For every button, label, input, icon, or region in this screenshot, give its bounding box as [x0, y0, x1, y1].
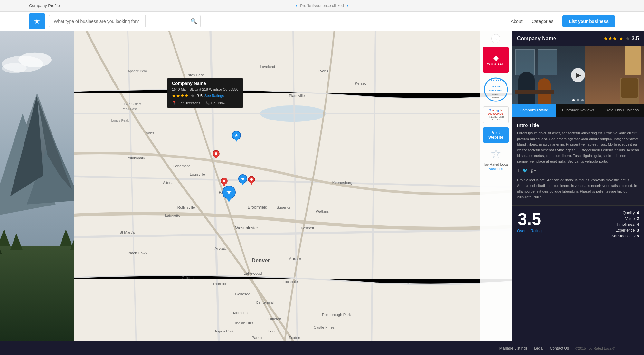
- svg-marker-72: [214, 156, 218, 159]
- svg-text:Castle Pines: Castle Pines: [314, 325, 335, 329]
- svg-text:Golden: Golden: [182, 276, 194, 280]
- svg-text:Longs Peak: Longs Peak: [111, 119, 129, 122]
- tooltip-see-ratings[interactable]: See Ratings: [204, 94, 224, 98]
- tab-rate-business[interactable]: Rate This Business: [600, 104, 644, 117]
- svg-text:Keenesburg: Keenesburg: [332, 181, 352, 185]
- top-rated-label: Top Rated Local: [483, 162, 509, 166]
- badge-svg: ★★★★★ TOP RATED NATIONAL Marketing Platf…: [483, 77, 508, 102]
- top-bar: Company Profile ‹ Profile flyout once cl…: [0, 0, 644, 12]
- svg-text:Allenspark: Allenspark: [128, 156, 145, 160]
- svg-text:Black Hawk: Black Hawk: [128, 251, 147, 255]
- svg-text:★★★★★: ★★★★★: [490, 79, 502, 82]
- wurbal-logo-box[interactable]: ◆ WURBAL: [483, 47, 509, 73]
- svg-text:Louisville: Louisville: [190, 172, 205, 176]
- get-directions-label: Get Directions: [178, 101, 200, 105]
- phone-icon: 📞: [205, 101, 210, 105]
- svg-text:Apache Peak: Apache Peak: [128, 69, 148, 73]
- svg-text:NATIONAL: NATIONAL: [489, 89, 503, 92]
- logo-box[interactable]: ★: [29, 13, 45, 29]
- footer: Manage Listings Legal Contact Us ©2015 T…: [0, 341, 644, 355]
- svg-text:Foxton: Foxton: [289, 336, 300, 340]
- map-pin-1[interactable]: ★: [232, 131, 241, 144]
- adwords-text: ADWORDS: [485, 112, 507, 115]
- svg-text:★: ★: [234, 133, 239, 138]
- get-directions-action[interactable]: 📍 Get Directions: [172, 101, 200, 105]
- svg-text:★: ★: [241, 176, 245, 181]
- svg-text:Watkins: Watkins: [316, 209, 329, 213]
- overall-rating: 3.5 Overall Rating: [517, 211, 542, 233]
- map-container: Boulder Broomfield Westminster Arvada De…: [74, 31, 512, 341]
- svg-text:Peak East: Peak East: [122, 107, 137, 111]
- wurbal-droplet-icon: ◆: [493, 54, 499, 62]
- svg-text:Aspen Park: Aspen Park: [214, 329, 234, 333]
- location-input[interactable]: Boulder, CO: [146, 15, 187, 27]
- svg-text:Genesee: Genesee: [235, 292, 250, 296]
- svg-text:Bennett: Bennett: [301, 226, 315, 230]
- facebook-icon[interactable]: : [517, 168, 519, 174]
- tooltip-rating-num: 3.5: [197, 93, 203, 98]
- tooltip-stars-filled: ★★★★: [172, 93, 189, 98]
- play-icon: ▶: [576, 72, 581, 79]
- main-content: Boulder Broomfield Westminster Arvada De…: [0, 31, 644, 341]
- photo-dot-3[interactable]: [581, 99, 584, 101]
- top-bar-left-arrow[interactable]: ‹: [294, 2, 299, 9]
- svg-text:Longmont: Longmont: [173, 164, 190, 168]
- header-rating-num: 3.5: [632, 36, 639, 42]
- search-button[interactable]: 🔍: [187, 15, 201, 27]
- photo-dot-2[interactable]: [577, 99, 579, 101]
- photo-dot-1[interactable]: [572, 99, 575, 101]
- footer-legal[interactable]: Legal: [534, 346, 543, 350]
- svg-text:Lakewood: Lakewood: [243, 271, 262, 276]
- svg-marker-69: [234, 138, 239, 142]
- svg-text:Morrison: Morrison: [233, 311, 248, 315]
- nav-about[interactable]: About: [511, 19, 523, 24]
- intro-body: Lorem ipsum dolor sit amet, consectetur …: [517, 130, 639, 165]
- svg-text:Roxborough Park: Roxborough Park: [322, 313, 351, 317]
- svg-text:Kersey: Kersey: [355, 82, 366, 85]
- tooltip-address: 1540 Main St. Unit 218 Windsor Co 80550: [172, 87, 238, 91]
- top-bar-right-arrow[interactable]: ›: [345, 2, 350, 9]
- map-nav-right-arrow[interactable]: ›: [491, 34, 500, 43]
- svg-text:Centennial: Centennial: [256, 301, 274, 304]
- tooltip-stars-empty: ★: [191, 93, 195, 98]
- logo-icon: ★: [34, 17, 40, 25]
- nav-categories[interactable]: Categories: [532, 19, 554, 24]
- top-bar-title: Company Profile: [29, 3, 60, 8]
- map-pin-5[interactable]: [248, 176, 255, 187]
- directions-icon: 📍: [172, 101, 176, 105]
- overall-rating-num: 3.5: [517, 211, 542, 227]
- map-svg: Boulder Broomfield Westminster Arvada De…: [74, 31, 512, 341]
- footer-manage-listings[interactable]: Manage Listings: [499, 346, 527, 350]
- tooltip-company-name: Company Name: [172, 81, 238, 86]
- svg-text:Lone Tree: Lone Tree: [268, 329, 285, 333]
- svg-text:Superior: Superior: [277, 206, 291, 209]
- svg-point-73: [215, 152, 217, 155]
- twitter-icon[interactable]: 🐦: [522, 168, 528, 174]
- visit-website-button[interactable]: Visit Website: [483, 127, 509, 143]
- tab-customer-reviews[interactable]: Customer Reviews: [556, 104, 600, 117]
- list-business-button[interactable]: List your business: [562, 15, 615, 27]
- right-panel: Company Name ★★★ ★ ★ 3.5: [512, 31, 644, 341]
- svg-text:St Mary's: St Mary's: [119, 230, 135, 234]
- map-area[interactable]: Boulder Broomfield Westminster Arvada De…: [74, 31, 512, 341]
- svg-text:Loveland: Loveland: [260, 65, 275, 69]
- play-button[interactable]: ▶: [571, 68, 585, 82]
- googleplus-icon[interactable]: g+: [531, 168, 536, 174]
- map-pin-denver[interactable]: ★: [222, 186, 236, 204]
- tab-company-rating[interactable]: Company Rating: [512, 104, 556, 117]
- map-pin-2[interactable]: [213, 150, 220, 161]
- premier-text: PREMIER SMB PARTNER: [485, 115, 507, 121]
- search-input[interactable]: [49, 15, 146, 27]
- svg-text:Indian Hills: Indian Hills: [235, 321, 253, 325]
- second-para: Proin a lectus orci. Aenean ac rhoncus m…: [517, 178, 639, 200]
- svg-text:Lochbuie: Lochbuie: [283, 280, 298, 283]
- svg-text:Estes Park: Estes Park: [186, 73, 204, 77]
- google-adwords-badge: G o o g l e ADWORDS PREMIER SMB PARTNER: [483, 106, 509, 123]
- footer-contact-us[interactable]: Contact Us: [550, 346, 569, 350]
- rating-breakdown: Quality 4 Value 2 Timeliness 4 Experienc…: [549, 211, 639, 240]
- star-outline-icon: ☆: [490, 147, 501, 161]
- call-now-action[interactable]: 📞 Call Now: [205, 101, 225, 105]
- map-right-sidebar: › ◆ WURBAL ★★★★★ TOP RATED NATIONAL Mark…: [480, 31, 512, 341]
- svg-text:TOP RATED: TOP RATED: [489, 85, 502, 88]
- map-pin-4[interactable]: ★: [238, 174, 247, 187]
